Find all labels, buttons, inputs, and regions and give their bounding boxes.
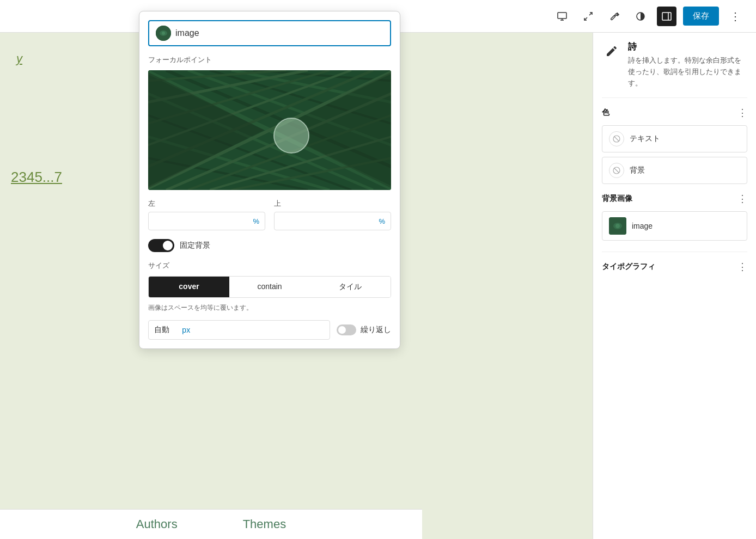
block-info: 詩 詩を挿入します。特別な余白形式を使ったり、歌詞を引用したりできます。 (602, 41, 747, 98)
svg-point-17 (162, 32, 165, 35)
typography-section-title: タイポグラフィ (602, 262, 655, 272)
svg-rect-0 (558, 13, 566, 19)
bg-top-text: y (16, 52, 22, 66)
monitor-icon[interactable] (552, 7, 572, 26)
repeat-label: 繰り返し (361, 325, 391, 335)
focal-point-popup: フォーカルポイント (139, 11, 400, 349)
more-options-icon[interactable]: ⋮ (725, 8, 745, 25)
text-color-label: テキスト (630, 134, 660, 144)
focal-point-image[interactable] (148, 70, 391, 190)
bg-pagination: 2345...7 (11, 169, 62, 186)
color-section-header: 色 ⋮ (602, 107, 747, 119)
bg-color-option[interactable]: 背景 (602, 157, 747, 184)
block-details: 詩 詩を挿入します。特別な余白形式を使ったり、歌詞を引用したりできます。 (628, 41, 747, 89)
wrench-icon[interactable] (605, 7, 624, 26)
left-input[interactable] (154, 217, 253, 225)
search-box (148, 20, 391, 46)
svg-line-9 (614, 137, 619, 141)
right-panel: テンプレート ブロック × 詩 詩を挿入します。特別な余白形式を使ったり、歌詞を… (593, 0, 756, 539)
poem-icon (602, 41, 621, 61)
bg-color-icon (609, 163, 624, 178)
svg-rect-6 (662, 13, 671, 20)
fixed-bg-label: 固定背景 (180, 241, 210, 250)
search-input[interactable] (175, 28, 383, 38)
repeat-toggle-knob (338, 326, 346, 334)
top-input[interactable] (280, 217, 379, 225)
size-label: サイズ (148, 261, 391, 271)
sidebar-toggle-icon[interactable] (657, 7, 676, 26)
top-input-group: 上 % (274, 199, 391, 230)
bg-image-option[interactable]: image (602, 211, 747, 241)
bg-image-thumbnail (609, 217, 626, 235)
bg-image-label: image (632, 222, 653, 230)
fixed-bg-toggle[interactable] (148, 239, 174, 252)
size-hint: 画像はスペースを均等に覆います。 (148, 303, 391, 313)
left-percent-suffix: % (253, 217, 259, 225)
block-title: 詩 (628, 41, 747, 53)
typography-options-icon[interactable]: ⋮ (737, 261, 747, 273)
size-option-tile[interactable]: タイル (310, 277, 391, 297)
text-color-option[interactable]: テキスト (602, 125, 747, 152)
text-color-icon (609, 131, 624, 146)
px-label: px (182, 326, 190, 334)
bg-image-section-title: 背景画像 (602, 194, 632, 204)
top-label: 上 (274, 199, 391, 209)
top-input-wrapper[interactable]: % (274, 212, 391, 230)
toggle-knob (163, 241, 173, 250)
search-image-thumb (156, 26, 171, 41)
left-label: 左 (148, 199, 265, 209)
size-options: cover contain タイル (148, 276, 391, 298)
color-section-title: 色 (602, 108, 609, 118)
focal-point-label: フォーカルポイント (148, 55, 391, 65)
svg-line-11 (614, 168, 619, 173)
auto-row: 自動 px 繰り返し (148, 320, 391, 340)
bg-image-options-icon[interactable]: ⋮ (737, 193, 747, 205)
bg-color-label: 背景 (630, 166, 645, 175)
bg-image-section-header: 背景画像 ⋮ (602, 193, 747, 205)
repeat-toggle-row: 繰り返し (337, 324, 391, 335)
top-percent-suffix: % (379, 217, 385, 225)
left-input-group: 左 % (148, 199, 265, 230)
right-panel-body: 詩 詩を挿入します。特別な余白形式を使ったり、歌詞を引用したりできます。 色 ⋮… (593, 33, 756, 539)
auto-input[interactable]: 自動 px (148, 320, 330, 340)
authors-link[interactable]: Authors (136, 517, 178, 531)
save-button[interactable]: 保存 (683, 7, 719, 26)
fixed-bg-toggle-row: 固定背景 (148, 239, 391, 252)
contrast-icon[interactable] (631, 7, 650, 26)
expand-icon[interactable] (578, 7, 598, 26)
color-options-icon[interactable]: ⋮ (737, 107, 747, 119)
inputs-row: 左 % 上 % (148, 199, 391, 230)
svg-point-41 (274, 118, 309, 153)
size-option-contain[interactable]: contain (229, 277, 310, 297)
typography-section-header: タイポグラフィ ⋮ (602, 252, 747, 273)
svg-point-14 (615, 224, 620, 228)
block-description: 詩を挿入します。特別な余白形式を使ったり、歌詞を引用したりできます。 (628, 55, 747, 89)
repeat-toggle[interactable] (337, 324, 356, 335)
left-input-wrapper[interactable]: % (148, 212, 265, 230)
themes-link[interactable]: Themes (243, 517, 286, 531)
bottom-bar: Authors Themes (0, 509, 422, 539)
auto-label: 自動 (154, 325, 169, 335)
size-option-cover[interactable]: cover (149, 277, 229, 297)
